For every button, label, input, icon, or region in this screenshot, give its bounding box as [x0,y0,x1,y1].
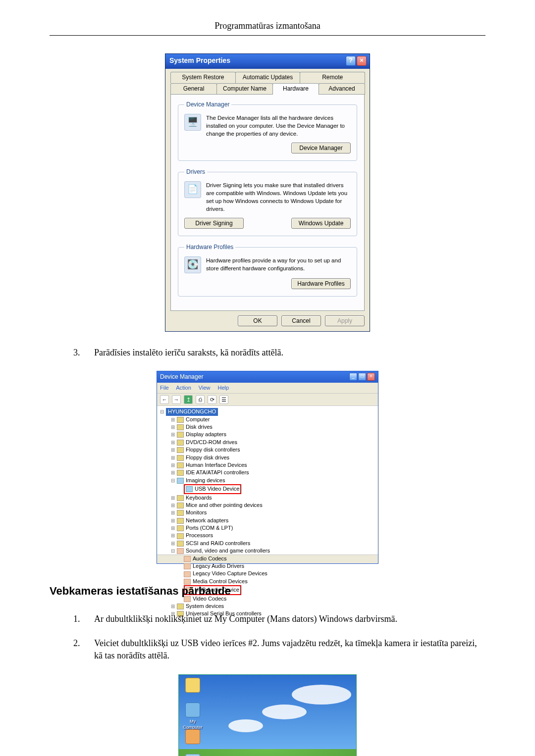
header-rule [50,35,485,36]
device-manager-button[interactable]: Device Manager [291,143,351,153]
cpu-icon [177,533,184,539]
close-button-icon[interactable]: × [357,56,367,66]
menu-view[interactable]: View [199,385,211,391]
monitor-icon [177,510,184,516]
tree-item[interactable]: Network adapters [186,517,228,523]
group-device-manager: Device Manager 🖥️ The Device Manager lis… [178,101,357,161]
desktop-icon-my-computer[interactable]: My Computer [181,703,205,731]
tree-leaf[interactable]: Legacy Video Capture Devices [193,570,268,576]
tree-item-imaging[interactable]: Imaging devices [186,477,225,483]
tree-item[interactable]: System devices [186,603,224,609]
ports-icon [177,525,184,531]
help-button-icon[interactable]: ? [346,56,356,66]
tree-item[interactable]: SCSI and RAID controllers [186,540,250,546]
back-icon[interactable]: ← [160,395,169,404]
ok-button[interactable]: OK [238,315,277,326]
floppy-drive-icon [177,455,184,461]
tab-remote[interactable]: Remote [300,72,365,83]
group-legend: Device Manager [184,101,231,109]
minimize-icon[interactable]: _ [349,373,357,381]
tree-item-sound[interactable]: Sound, video and game controllers [186,548,270,554]
tree-item[interactable]: Processors [186,532,213,538]
page-header: Programmatūras izmantošana [50,20,485,32]
cancel-button[interactable]: Cancel [281,315,321,326]
tree-item[interactable]: Floppy disk controllers [186,447,240,453]
dvd-icon [177,440,184,446]
tree-item[interactable]: Floppy disk drives [186,454,229,460]
desktop-icon[interactable] [181,678,205,694]
usb-video-highlight: USB Video Device [184,484,241,494]
tab-panel-hardware: Device Manager 🖥️ The Device Manager lis… [170,94,365,311]
devmgr-tree[interactable]: HYUNGDONGCHO Computer Disk drives Displa… [157,406,378,554]
menu-file[interactable]: File [160,385,169,391]
group-drivers: Drivers 📄 Driver Signing lets you make s… [178,168,357,236]
webcam-step-2: 2. Veiciet dubultklikšķi uz USB video ie… [73,637,485,662]
tabstrip: System Restore Automatic Updates Remote … [170,72,365,95]
step-3: 3. Parādīsies instalēto ierīču saraksts,… [73,347,485,359]
folder-icon [185,678,200,693]
ide-icon [177,470,184,476]
tab-computer-name[interactable]: Computer Name [216,83,273,95]
tree-leaf[interactable]: USB Video Device [195,486,239,492]
close-icon[interactable]: × [367,373,375,381]
desktop-icon[interactable] [181,754,205,756]
hill-bg [179,749,356,756]
tree-leaf[interactable]: Audio Codecs [193,555,227,561]
up-icon[interactable]: ↥ [184,395,193,404]
tree-item[interactable]: Disk drives [186,424,213,430]
mouse-icon [177,503,184,508]
xp-desktop-screenshot: My Computer start EN © █ ♫ 02:11 PM [178,674,357,756]
device-manager-icon: 🖥️ [184,114,201,131]
print-icon[interactable]: ⎙ [196,395,205,404]
tree-item[interactable]: IDE ATA/ATAPI controllers [186,469,249,475]
group-legend: Hardware Profiles [184,243,235,252]
disk-icon [177,424,184,430]
apply-button[interactable]: Apply [325,315,365,326]
keyboard-icon [177,495,184,501]
hardware-profiles-button[interactable]: Hardware Profiles [291,278,351,289]
step-number: 3. [73,347,84,359]
tree-leaf[interactable]: Legacy Audio Drivers [193,563,244,569]
device-manager-window: Device Manager _ □ × File Action View He… [157,371,378,564]
tab-system-restore[interactable]: System Restore [170,72,236,83]
menu-action[interactable]: Action [176,385,191,391]
tab-automatic-updates[interactable]: Automatic Updates [235,72,301,83]
network-icon [177,518,184,524]
step-number: 2. [73,637,84,662]
maximize-icon[interactable]: □ [358,373,366,381]
tree-item[interactable]: Display adapters [186,431,226,437]
refresh-icon[interactable]: ⟳ [208,395,216,404]
step-text: Ar dubultklikšķi noklikšķiniet uz My Com… [94,613,485,625]
tree-leaf[interactable]: Media Control Devices [193,578,248,584]
menu-help[interactable]: Help [218,385,229,391]
devmgr-menubar[interactable]: File Action View Help [157,383,378,394]
devmgr-title: Device Manager [160,373,203,381]
tree-item[interactable]: Keyboards [186,495,212,501]
tab-general[interactable]: General [170,83,217,95]
tree-item[interactable]: Monitors [186,509,207,515]
cloud-icon [262,705,307,719]
driver-signing-button[interactable]: Driver Signing [184,218,244,229]
tab-advanced[interactable]: Advanced [319,83,365,95]
desktop-icon-label: My Computer [183,719,203,730]
tab-hardware[interactable]: Hardware [272,83,319,95]
tree-item[interactable]: Ports (COM & LPT) [186,525,233,531]
devmgr-titlebar: Device Manager _ □ × [157,371,378,383]
desktop-icon[interactable] [181,729,205,745]
windows-update-button[interactable]: Windows Update [291,218,351,229]
cloud-icon [292,685,351,705]
codec-icon [184,556,191,562]
forward-icon[interactable]: → [172,395,181,404]
tree-root[interactable]: HYUNGDONGCHO [166,408,218,415]
system-properties-dialog: System Properties ? × System Restore Aut… [165,53,370,332]
hardware-profiles-icon: 💽 [184,256,201,273]
tree-item[interactable]: DVD/CD-ROM drives [186,439,237,445]
tree-item[interactable]: Mice and other pointing devices [186,502,263,508]
computer-icon [177,417,184,423]
dialog-title: System Properties [169,56,230,66]
folder-icon [185,754,200,756]
properties-icon[interactable]: ☰ [219,395,228,404]
tree-item[interactable]: Human Interface Devices [186,462,247,468]
hardware-profiles-text: Hardware profiles provide a way for you … [206,256,351,272]
tree-item[interactable]: Computer [186,416,210,422]
